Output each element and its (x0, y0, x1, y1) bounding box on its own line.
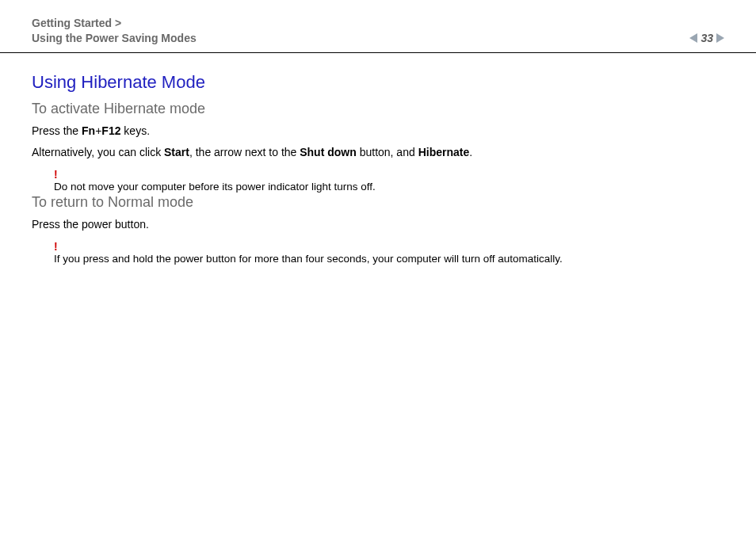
bold-start: Start (164, 146, 189, 158)
pager: 33 (689, 32, 724, 46)
text: Press the (32, 124, 82, 137)
section-heading-return: To return to Normal mode (32, 194, 724, 211)
breadcrumb-line1: Getting Started > (32, 17, 121, 29)
section-heading-activate: To activate Hibernate mode (32, 101, 724, 117)
page-header: Getting Started > Using the Power Saving… (0, 0, 756, 53)
page-title: Using Hibernate Mode (32, 72, 724, 93)
text: Alternatively, you can click (32, 146, 164, 158)
text: button, and (357, 146, 418, 158)
key-f12: F12 (101, 124, 120, 137)
bold-shutdown: Shut down (300, 146, 357, 158)
instruction-alternative: Alternatively, you can click Start, the … (32, 145, 724, 161)
next-page-arrow-icon[interactable] (716, 33, 724, 43)
page-number: 33 (701, 32, 713, 44)
text: . (469, 146, 472, 158)
warning-text: If you press and hold the power button f… (54, 252, 724, 266)
warning-block: ! If you press and hold the power button… (54, 241, 724, 266)
instruction-power-button: Press the power button. (32, 217, 724, 233)
instruction-press-keys: Press the Fn+F12 keys. (32, 124, 724, 139)
key-fn: Fn (82, 124, 95, 137)
warning-icon: ! (54, 169, 724, 180)
text: , the arrow next to the (189, 146, 300, 158)
warning-icon: ! (54, 241, 724, 252)
prev-page-arrow-icon[interactable] (689, 33, 697, 43)
bold-hibernate: Hibernate (418, 146, 470, 158)
text: keys. (120, 124, 150, 137)
warning-text: Do not move your computer before its pow… (54, 180, 724, 194)
breadcrumb: Getting Started > Using the Power Saving… (32, 16, 197, 46)
page-content: Using Hibernate Mode To activate Hiberna… (0, 53, 756, 266)
breadcrumb-line2: Using the Power Saving Modes (32, 32, 197, 44)
warning-block: ! Do not move your computer before its p… (54, 169, 724, 194)
